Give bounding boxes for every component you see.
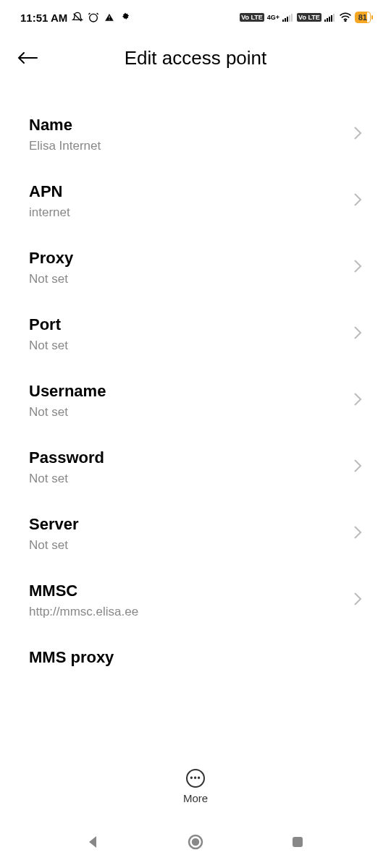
svg-point-15 xyxy=(193,839,198,845)
svg-rect-5 xyxy=(287,17,288,22)
svg-point-13 xyxy=(345,20,346,22)
more-label: More xyxy=(183,792,208,804)
back-button[interactable] xyxy=(13,43,42,72)
status-right: Vo LTE 4G+ Vo LTE 81 xyxy=(240,12,371,24)
svg-rect-12 xyxy=(333,14,335,22)
alarm-icon xyxy=(88,12,99,23)
header: Edit access point xyxy=(0,29,391,87)
page-title: Edit access point xyxy=(0,47,391,69)
svg-point-1 xyxy=(90,14,98,22)
svg-rect-7 xyxy=(291,14,293,22)
status-time: 11:51 AM xyxy=(20,12,67,24)
more-icon: ••• xyxy=(186,769,205,788)
status-left: 11:51 AM xyxy=(20,12,131,24)
row-value: Not set xyxy=(29,339,345,353)
row-server[interactable]: Server Not set xyxy=(0,501,391,567)
svg-rect-6 xyxy=(289,15,290,22)
svg-rect-16 xyxy=(293,837,303,847)
nav-recent-icon[interactable] xyxy=(290,835,305,852)
row-label: Name xyxy=(29,116,345,135)
network-type: 4G+ xyxy=(267,14,279,21)
chevron-right-icon xyxy=(353,524,362,544)
svg-rect-11 xyxy=(331,15,332,22)
row-proxy[interactable]: Proxy Not set xyxy=(0,234,391,301)
more-button[interactable]: ••• More xyxy=(183,769,208,804)
row-mms-proxy[interactable]: MMS proxy xyxy=(0,634,391,671)
row-name[interactable]: Name Elisa Internet xyxy=(0,101,391,168)
settings-list: Name Elisa Internet APN internet Proxy N… xyxy=(0,87,391,671)
system-nav-bar xyxy=(0,819,391,868)
chevron-right-icon xyxy=(353,391,362,411)
row-label: Username xyxy=(29,382,345,401)
chevron-right-icon xyxy=(353,124,362,145)
row-apn[interactable]: APN internet xyxy=(0,168,391,234)
chevron-right-icon xyxy=(353,191,362,211)
chevron-right-icon xyxy=(353,258,362,278)
row-label: Password xyxy=(29,448,345,467)
row-port[interactable]: Port Not set xyxy=(0,301,391,367)
row-label: MMSC xyxy=(29,582,345,600)
chevron-right-icon xyxy=(353,324,362,344)
row-value: Not set xyxy=(29,405,345,420)
svg-rect-9 xyxy=(327,18,328,22)
warning-icon xyxy=(104,12,115,23)
svg-rect-8 xyxy=(324,20,326,22)
battery-indicator: 81 xyxy=(355,12,371,23)
row-mmsc[interactable]: MMSC http://mmsc.elisa.ee xyxy=(0,567,391,634)
mute-icon xyxy=(72,12,83,23)
bottom-actions: ••• More xyxy=(0,760,391,812)
row-label: Proxy xyxy=(29,249,345,268)
row-value: http://mmsc.elisa.ee xyxy=(29,605,345,619)
gear-icon xyxy=(119,12,131,23)
chevron-right-icon xyxy=(353,590,362,610)
volte-badge-2: Vo LTE xyxy=(297,13,321,22)
nav-home-icon[interactable] xyxy=(187,833,204,854)
row-username[interactable]: Username Not set xyxy=(0,367,391,434)
row-value: Elisa Internet xyxy=(29,139,345,153)
nav-back-icon[interactable] xyxy=(86,835,101,852)
row-label: Server xyxy=(29,515,345,534)
signal-icon-1 xyxy=(282,12,294,24)
row-password[interactable]: Password Not set xyxy=(0,434,391,501)
row-value: Not set xyxy=(29,538,345,553)
svg-rect-10 xyxy=(329,17,330,22)
row-label: APN xyxy=(29,182,345,201)
status-bar: 11:51 AM Vo LTE 4G+ Vo LTE 81 xyxy=(0,0,391,29)
row-value: internet xyxy=(29,205,345,220)
row-label: Port xyxy=(29,315,345,334)
chevron-right-icon xyxy=(353,457,362,477)
row-label: MMS proxy xyxy=(29,648,362,667)
svg-rect-4 xyxy=(285,18,286,22)
wifi-icon xyxy=(339,12,352,24)
row-value: Not set xyxy=(29,272,345,286)
volte-badge-1: Vo LTE xyxy=(240,13,264,22)
svg-rect-3 xyxy=(282,20,284,22)
signal-icon-2 xyxy=(324,12,336,24)
row-value: Not set xyxy=(29,472,345,486)
